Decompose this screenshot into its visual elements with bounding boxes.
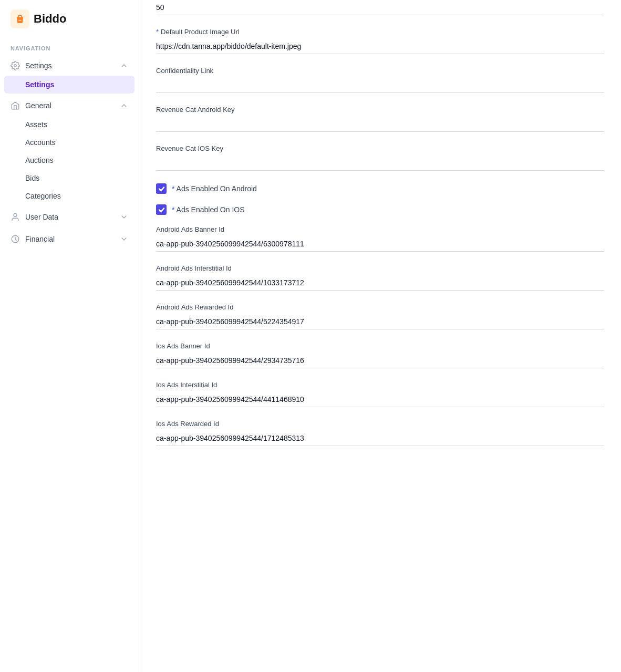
label-ios-ads-interstitial-id: Ios Ads Interstitial Id [156,381,604,389]
checkbox-row-ads-ios: * Ads Enabled On IOS [156,204,604,215]
field-group-confidentiality-link: Confidentiality Link [156,67,604,93]
label-revenue-cat-android-key: Revenue Cat Android Key [156,106,604,113]
nav-sub-accounts[interactable]: Accounts [0,133,139,151]
checkbox-row-ads-android: * Ads Enabled On Android [156,183,604,194]
nav-sub-assets[interactable]: Assets [0,116,139,133]
sidebar: Biddo NAVIGATION Settings Settings [0,0,139,672]
input-ios-ads-banner-id[interactable] [156,353,604,368]
label-ios-ads-rewarded-id: Ios Ads Rewarded Id [156,420,604,428]
nav-user-data-label: User Data [25,213,58,221]
nav-item-settings[interactable]: Settings [0,56,139,76]
input-android-ads-banner-id[interactable] [156,236,604,252]
nav-financial-label: Financial [25,235,55,243]
input-android-ads-interstitial-id[interactable] [156,275,604,291]
field-group-revenue-cat-ios-key: Revenue Cat IOS Key [156,144,604,171]
input-confidentiality-link[interactable] [156,78,604,93]
required-star-1: * [156,28,159,36]
label-ads-android: * Ads Enabled On Android [172,184,257,193]
nav-general-label: General [25,101,51,110]
field-group-android-ads-banner-id: Android Ads Banner Id [156,225,604,252]
input-default-product-image-url[interactable] [156,39,604,54]
input-ios-ads-interstitial-id[interactable] [156,392,604,407]
nav-section-settings: Settings Settings [0,56,139,94]
input-revenue-cat-android-key[interactable] [156,117,604,132]
svg-point-2 [14,65,17,67]
chevron-down-icon-financial [120,235,128,243]
label-android-ads-banner-id: Android Ads Banner Id [156,225,604,233]
field-group-android-ads-interstitial-id: Android Ads Interstitial Id [156,264,604,291]
field-group-ios-ads-rewarded-id: Ios Ads Rewarded Id [156,420,604,446]
chevron-up-icon [120,61,128,70]
field-group-ios-ads-banner-id: Ios Ads Banner Id [156,342,604,368]
label-ios-ads-banner-id: Ios Ads Banner Id [156,342,604,350]
nav-section-general: General Assets Accounts Auctions Bids Ca… [0,96,139,205]
input-revenue-cat-ios-key[interactable] [156,156,604,171]
checkbox-ads-ios[interactable] [156,204,167,215]
nav-settings-label: Settings [25,61,52,70]
nav-section-financial: Financial [0,229,139,249]
checkbox-ads-android[interactable] [156,183,167,194]
field-group-android-ads-rewarded-id: Android Ads Rewarded Id [156,303,604,329]
field-group-default-product-image-url: * Default Product Image Url [156,28,604,54]
checkmark-icon-ios [158,206,165,213]
main-content: 50 * Default Product Image Url Confident… [139,0,621,672]
nav-sub-settings[interactable]: Settings [4,76,134,94]
label-revenue-cat-ios-key: Revenue Cat IOS Key [156,144,604,152]
logo-icon [11,9,29,28]
label-android-ads-rewarded-id: Android Ads Rewarded Id [156,303,604,311]
top-value-group: 50 [156,0,604,15]
nav-item-general[interactable]: General [0,96,139,116]
input-android-ads-rewarded-id[interactable] [156,314,604,329]
nav-sub-categories[interactable]: Categories [0,187,139,205]
brand-name: Biddo [34,12,66,26]
gear-icon [11,61,20,70]
field-group-revenue-cat-android-key: Revenue Cat Android Key [156,106,604,132]
nav-sub-bids[interactable]: Bids [0,169,139,187]
nav-section-user-data: User Data [0,207,139,227]
label-android-ads-interstitial-id: Android Ads Interstitial Id [156,264,604,272]
nav-item-financial[interactable]: Financial [0,229,139,249]
chevron-up-icon-general [120,101,128,110]
label-confidentiality-link: Confidentiality Link [156,67,604,75]
chevron-down-icon-user [120,213,128,221]
top-value: 50 [156,0,604,15]
nav-sub-auctions[interactable]: Auctions [0,151,139,169]
svg-rect-1 [18,20,21,21]
nav-item-user-data[interactable]: User Data [0,207,139,227]
label-ads-ios: * Ads Enabled On IOS [172,205,245,214]
checkmark-icon-android [158,185,165,192]
label-default-product-image-url: * Default Product Image Url [156,28,604,36]
input-ios-ads-rewarded-id[interactable] [156,431,604,446]
logo-area: Biddo [0,0,139,38]
user-icon [11,212,20,222]
svg-point-3 [14,213,17,216]
field-group-ios-ads-interstitial-id: Ios Ads Interstitial Id [156,381,604,407]
home-icon [11,101,20,110]
nav-label: NAVIGATION [0,38,139,56]
clock-icon [11,234,20,244]
